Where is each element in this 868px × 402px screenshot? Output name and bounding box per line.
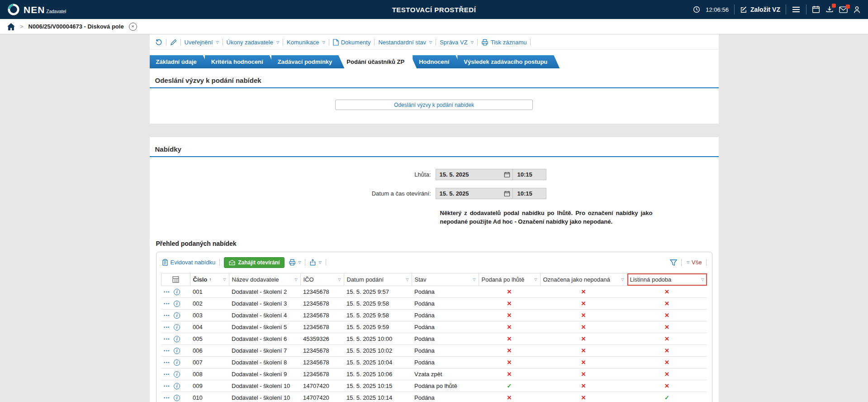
row-menu-icon[interactable]: ••• — [164, 325, 170, 330]
col-listinna-podoba[interactable]: Listinná podoba▽ — [627, 273, 707, 286]
tab-hodnoceni[interactable]: Hodnocení — [413, 55, 461, 68]
toolbar-item-dokumenty[interactable]: Dokumenty — [333, 39, 371, 46]
cross-icon: ✕ — [664, 347, 669, 354]
deadline-date-input[interactable]: 15. 5. 2025 — [436, 171, 502, 178]
tab-podani-ucastniku-zp[interactable]: Podání účastníků ZP — [340, 55, 417, 68]
toolbar-item-sprava-vz[interactable]: Správa VZ▽ — [440, 39, 474, 46]
row-menu-icon[interactable]: ••• — [164, 290, 170, 294]
cell-marked-unsubmitted: ✕ — [540, 321, 627, 333]
calendar-button[interactable] — [812, 5, 820, 14]
calendar-picker-icon[interactable] — [502, 172, 512, 178]
tab-vysledek-zadavaciho-postupu[interactable]: Výsledek zadávacího postupu — [457, 55, 560, 68]
divider — [305, 259, 305, 266]
opening-time-input[interactable]: 10:15 — [512, 188, 546, 199]
cell-ico: 45359326 — [300, 333, 344, 345]
filter-button[interactable] — [670, 259, 677, 266]
row-info-icon[interactable]: i — [174, 383, 180, 389]
column-filter-icon[interactable]: ▽ — [621, 278, 624, 282]
messages-button[interactable] — [839, 6, 848, 13]
column-filter-icon[interactable]: ▽ — [338, 278, 341, 282]
row-menu-icon[interactable]: ••• — [164, 302, 170, 306]
edit-record-button[interactable] — [170, 39, 177, 46]
column-filter-icon[interactable]: ▽ — [534, 278, 537, 282]
column-filter-icon[interactable]: ▽ — [473, 278, 475, 282]
history-button[interactable] — [155, 38, 162, 46]
row-info-icon[interactable]: i — [174, 301, 180, 307]
cell-supplier: Dodavatel - školení 8 — [229, 356, 300, 368]
row-info-icon[interactable]: i — [174, 371, 180, 378]
row-info-icon[interactable]: i — [174, 336, 180, 342]
cross-icon: ✕ — [664, 312, 669, 319]
record-panel: Uveřejnění▽Úkony zadavatele▽Komunikace▽D… — [150, 34, 719, 402]
toolbar-item-uverejneni[interactable]: Uveřejnění▽ — [185, 39, 219, 46]
row-menu-icon[interactable]: ••• — [164, 349, 170, 353]
column-filter-icon[interactable]: ▽ — [223, 278, 226, 282]
cell-supplier: Dodavatel - školení 4 — [229, 309, 300, 321]
col-cislo[interactable]: Číslo↑▽ — [190, 273, 229, 286]
close-icon: ✕ — [131, 25, 134, 29]
divider — [180, 39, 181, 46]
row-menu-icon[interactable]: ••• — [164, 313, 170, 318]
export-button[interactable]: ▽ — [309, 259, 321, 266]
row-menu-icon[interactable]: ••• — [164, 396, 170, 400]
start-opening-button[interactable]: Zahájit otevírání — [224, 257, 285, 268]
bid-row: •••i010Dodavatel - školení 101470742015.… — [161, 392, 707, 402]
col-podana-po-lhute[interactable]: Podaná po lhůtě▽ — [479, 273, 540, 286]
cross-icon: ✕ — [507, 288, 512, 295]
bids-grid: Evidovat nabídku Zahájit otevírání ▽ — [156, 252, 712, 402]
col-datum-podani[interactable]: Datum podání▽ — [344, 273, 412, 286]
divider — [681, 259, 682, 266]
calendar-picker-icon[interactable] — [502, 191, 512, 197]
row-info-icon[interactable]: i — [174, 359, 180, 366]
row-info-icon[interactable]: i — [174, 324, 180, 330]
cell-submitted: 15. 5. 2025 10:14 — [344, 392, 412, 402]
bid-row: •••i005Dodavatel - školení 64535932615. … — [161, 333, 707, 345]
column-filter-icon[interactable]: ▽ — [701, 278, 704, 282]
tab-zakladni-udaje[interactable]: Základní údaje — [150, 55, 209, 68]
col-ico[interactable]: IČO▽ — [300, 273, 344, 286]
home-icon — [7, 23, 15, 30]
register-bid-button[interactable]: Evidovat nabídku — [162, 259, 216, 266]
row-info-icon[interactable]: i — [174, 395, 180, 401]
bids-table-body: •••i001Dodavatel - školení 21234567815. … — [161, 286, 707, 402]
cell-number: 010 — [190, 392, 229, 402]
col-oznacena-jako-nepodana[interactable]: Označena jako nepodaná▽ — [540, 273, 627, 286]
row-menu-icon[interactable]: ••• — [164, 360, 170, 365]
print-button[interactable]: ▽ — [289, 259, 301, 266]
filter-preset-dropdown[interactable]: ▽ Vše — [686, 259, 702, 266]
cross-icon: ✕ — [664, 335, 669, 342]
toolbar-item-komunikace[interactable]: Komunikace▽ — [287, 39, 325, 46]
row-menu-icon[interactable]: ••• — [164, 372, 170, 377]
col-nazev-dodavatele[interactable]: Název dodavatele▽ — [229, 273, 300, 286]
pencil-icon — [170, 39, 177, 46]
toolbar-item-ukony-zadavatele[interactable]: Úkony zadavatele▽ — [227, 39, 280, 46]
cell-marked-unsubmitted: ✕ — [540, 345, 627, 356]
tab-zadavaci-podminky[interactable]: Zadávací podmínky — [271, 55, 345, 68]
toolbar-item-nestandardni-stav[interactable]: Nestandardní stav▽ — [378, 39, 432, 46]
dropdown-icon: ▽ — [276, 40, 279, 44]
cell-number: 005 — [190, 333, 229, 345]
bid-row: •••i007Dodavatel - školení 81234567815. … — [161, 356, 707, 368]
user-button[interactable] — [853, 6, 861, 14]
cell-status: Podána — [412, 333, 479, 345]
deadline-time-input[interactable]: 10:15 — [512, 169, 546, 180]
row-menu-icon[interactable]: ••• — [164, 337, 170, 341]
downloads-button[interactable] — [825, 5, 834, 14]
col-config[interactable] — [161, 273, 190, 286]
menu-button[interactable] — [792, 6, 801, 13]
tab-kriteria-hodnoceni[interactable]: Kritéria hodnocení — [205, 55, 275, 68]
row-info-icon[interactable]: i — [174, 312, 180, 319]
row-menu-icon[interactable]: ••• — [164, 384, 170, 388]
row-info-icon[interactable]: i — [174, 348, 180, 354]
close-record-button[interactable]: ✕ — [129, 23, 137, 31]
toolbar-item-tisk-zaznamu[interactable]: Tisk záznamu — [481, 39, 527, 46]
column-filter-icon[interactable]: ▽ — [406, 278, 408, 282]
home-button[interactable] — [7, 23, 15, 30]
col-stav[interactable]: Stav▽ — [412, 273, 479, 286]
column-filter-icon[interactable]: ▽ — [294, 278, 297, 282]
send-call-button[interactable]: Odeslání výzvy k podání nabídek — [335, 100, 533, 110]
bid-row: •••i008Dodavatel - školení 91234567815. … — [161, 368, 707, 380]
create-vz-button[interactable]: Založit VZ — [740, 6, 780, 14]
opening-date-input[interactable]: 15. 5. 2025 — [436, 190, 502, 197]
row-info-icon[interactable]: i — [174, 289, 180, 295]
